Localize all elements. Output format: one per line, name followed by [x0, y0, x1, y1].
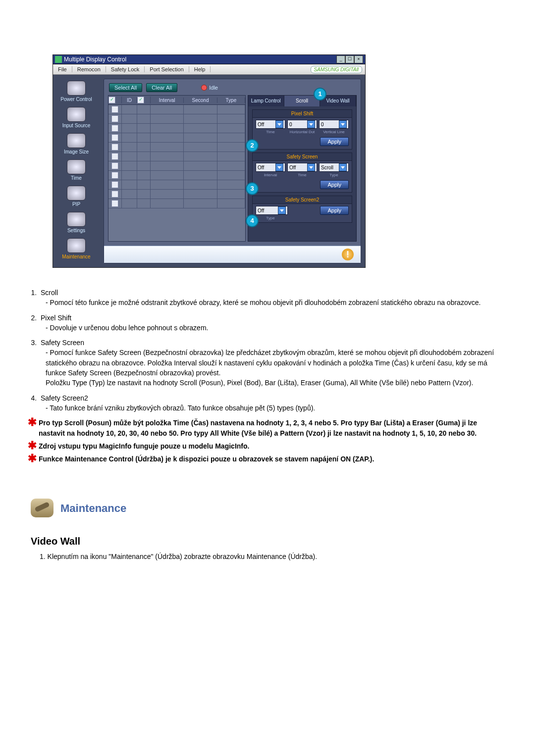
- table-row[interactable]: [108, 161, 245, 171]
- row-checkbox[interactable]: [111, 172, 118, 179]
- star-note-3-text: Funkce Maintenance Control (Údržba) je k…: [39, 455, 374, 463]
- safety-screen-time-select[interactable]: Off: [287, 163, 317, 172]
- menu-safety-lock[interactable]: Safety Lock: [106, 66, 145, 72]
- doc-item-title: Safety Screen: [41, 338, 503, 348]
- sidebar-label: Image Size: [54, 149, 99, 154]
- table-row[interactable]: [108, 105, 245, 114]
- clear-all-button[interactable]: Clear All: [146, 83, 177, 92]
- doc-item-body: Tato funkce brání vzniku zbytkových obra…: [46, 403, 503, 413]
- callout-2: 2: [246, 139, 259, 152]
- row-checkbox[interactable]: [111, 200, 118, 207]
- window-title: Multiple Display Control: [64, 56, 336, 63]
- row-checkbox[interactable]: [111, 134, 118, 141]
- sidebar-item-time[interactable]: Time: [54, 159, 99, 181]
- sidebar-item-image-size[interactable]: Image Size: [54, 133, 99, 154]
- doc-item-body2: Položku Type (Typ) lze nastavit na hodno…: [46, 378, 503, 388]
- doc-item: Safety ScreenPomocí funkce Safety Screen…: [39, 338, 503, 388]
- main-area: Select All Clear All Idle ID: [104, 79, 361, 263]
- menu-file[interactable]: File: [53, 66, 72, 72]
- menu-help[interactable]: Help: [189, 66, 211, 72]
- row-checkbox[interactable]: [111, 106, 118, 113]
- sidebar-label: Power Control: [54, 97, 99, 102]
- sidebar-item-settings[interactable]: Settings: [54, 212, 99, 233]
- table-row[interactable]: [108, 180, 245, 190]
- safety-screen2-type-value: Off: [258, 208, 264, 213]
- alert-icon: !: [342, 249, 354, 260]
- sidebar-item-maintenance[interactable]: Maintenance: [54, 238, 99, 259]
- grid-header-interval[interactable]: Interval: [151, 98, 184, 103]
- grid-header-second[interactable]: Second: [184, 98, 217, 103]
- checkbox-icon[interactable]: [137, 97, 144, 103]
- safety-screen2-type-label: Type: [256, 216, 285, 220]
- checkbox-icon[interactable]: [108, 97, 115, 103]
- doc-item-title: Scroll: [41, 288, 503, 298]
- idle-indicator: Idle: [201, 85, 218, 91]
- safety-screen2-type-select[interactable]: Off: [256, 206, 288, 215]
- row-checkbox[interactable]: [111, 144, 118, 151]
- row-checkbox[interactable]: [111, 181, 118, 188]
- tab-lamp-control[interactable]: Lamp Control: [248, 96, 284, 106]
- row-checkbox[interactable]: [111, 153, 118, 160]
- table-row[interactable]: [108, 124, 245, 133]
- safety-screen-type-select[interactable]: Scroll: [319, 163, 349, 172]
- safety-screen-apply-button[interactable]: Apply: [320, 180, 349, 189]
- sidebar-label: Input Source: [54, 123, 99, 128]
- sidebar-item-power-control[interactable]: Power Control: [54, 81, 99, 102]
- maximize-button[interactable]: ☐: [345, 55, 354, 63]
- pixel-shift-vline-select[interactable]: 0: [319, 120, 349, 129]
- row-checkbox[interactable]: [111, 115, 118, 122]
- select-all-button[interactable]: Select All: [109, 83, 142, 92]
- table-row[interactable]: [108, 114, 245, 124]
- row-checkbox[interactable]: [111, 191, 118, 198]
- doc-item-body: Dovoluje v určenou dobu lehce pohnout s …: [46, 323, 503, 333]
- table-row[interactable]: [108, 133, 245, 143]
- right-tabs: Lamp Control Scroll Video Wall: [248, 96, 356, 106]
- safety-screen-interval-select[interactable]: Off: [256, 163, 285, 172]
- grid-header-checkbox[interactable]: [108, 97, 122, 103]
- instruction-number: 1.: [40, 553, 46, 560]
- pixel-shift-time-select[interactable]: Off: [256, 120, 285, 129]
- safety-screen-interval-label: Interval: [256, 173, 285, 177]
- maintenance-section-heading: Maintenance: [31, 499, 503, 517]
- safety-screen2-apply-button[interactable]: Apply: [320, 206, 349, 215]
- star-note-1: ✱ Pro typ Scroll (Posun) může být položk…: [37, 418, 503, 438]
- row-checkbox[interactable]: [111, 162, 118, 169]
- table-row[interactable]: [108, 199, 245, 208]
- pixel-shift-hdot-select[interactable]: 0: [287, 120, 317, 129]
- menu-remocon[interactable]: Remocon: [72, 66, 106, 72]
- table-row[interactable]: [108, 190, 245, 199]
- doc-item-body: Pomocí funkce Safety Screen (Bezpečnostn…: [46, 348, 503, 378]
- pixel-shift-time-value: Off: [258, 122, 264, 127]
- grid-header-id[interactable]: ID: [122, 98, 137, 103]
- minimize-button[interactable]: _: [336, 55, 345, 63]
- display-grid: ID Interval Second Type: [108, 95, 246, 242]
- callout-4: 4: [246, 214, 259, 227]
- safety-screen-interval-value: Off: [258, 165, 264, 170]
- grid-header-checkbox2[interactable]: [137, 97, 151, 103]
- doc-item-title: Pixel Shift: [41, 313, 503, 323]
- table-row[interactable]: [108, 171, 245, 180]
- safety-screen-group: Safety Screen Off Off: [252, 152, 352, 193]
- grid-header-type[interactable]: Type: [217, 98, 245, 103]
- titlebar: Multiple Display Control _ ☐ ×: [53, 55, 365, 64]
- pixel-shift-group: Pixel Shift Off 0: [252, 109, 352, 150]
- close-button[interactable]: ×: [354, 55, 363, 63]
- chevron-down-icon: [339, 120, 347, 128]
- menu-port-selection[interactable]: Port Selection: [145, 66, 189, 72]
- sidebar-item-pip[interactable]: PIP: [54, 186, 99, 207]
- callout-1: 1: [314, 88, 326, 101]
- table-row[interactable]: [108, 152, 245, 161]
- row-checkbox[interactable]: [111, 125, 118, 132]
- chevron-down-icon: [339, 163, 347, 171]
- table-row[interactable]: [108, 143, 245, 152]
- chevron-down-icon: [275, 120, 283, 128]
- sidebar-item-input-source[interactable]: Input Source: [54, 107, 99, 128]
- star-icon: ✱: [28, 455, 37, 462]
- safety-screen-title: Safety Screen: [253, 153, 352, 161]
- sidebar-label: Settings: [54, 228, 99, 233]
- pixel-shift-apply-button[interactable]: Apply: [320, 137, 349, 146]
- chevron-down-icon: [307, 120, 315, 128]
- star-icon: ✱: [28, 442, 37, 449]
- app-icon: [55, 56, 62, 63]
- safety-screen2-title: Safety Screen2: [253, 196, 352, 204]
